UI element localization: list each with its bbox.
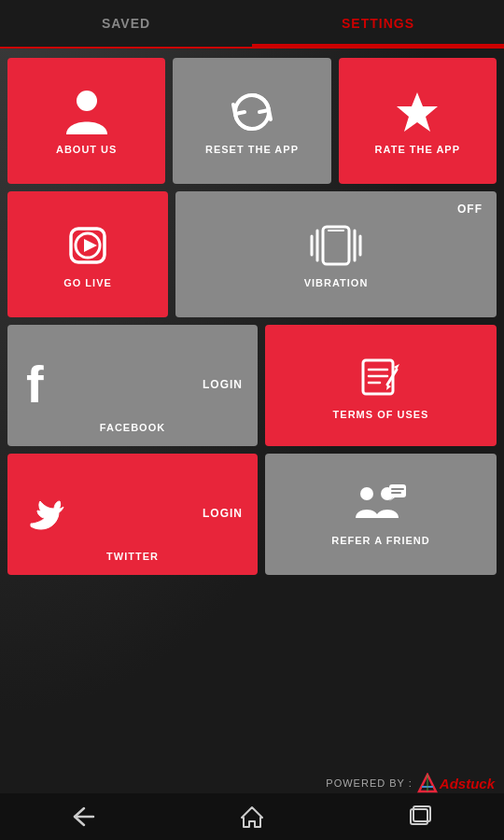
twitter-label: TWITTER <box>7 551 258 562</box>
svg-point-0 <box>77 91 97 111</box>
grid-row-2: GO LIVE OFF VIBRATION <box>7 191 497 317</box>
twitter-login-badge: LOGIN <box>203 507 243 520</box>
reset-app-tile[interactable]: RESET THE APP <box>173 58 330 184</box>
home-button[interactable] <box>224 798 280 835</box>
svg-marker-1 <box>397 92 438 132</box>
twitter-icon <box>26 494 67 535</box>
facebook-tile[interactable]: f FACEBOOK LOGIN <box>7 325 258 446</box>
tab-settings[interactable]: SETTINGS <box>252 3 504 47</box>
svg-point-15 <box>360 487 373 500</box>
refresh-icon <box>228 88 276 136</box>
about-us-label: ABOUT US <box>56 144 117 155</box>
footer: POWERED BY : Adstuck <box>326 773 495 793</box>
back-button[interactable] <box>56 798 112 835</box>
about-us-tile[interactable]: ABOUT US <box>7 58 165 184</box>
tab-saved[interactable]: SAVED <box>0 3 252 44</box>
svg-marker-4 <box>84 239 97 252</box>
play-icon <box>63 221 112 270</box>
grid-row-4: TWITTER LOGIN <box>7 454 497 575</box>
svg-rect-5 <box>323 227 349 264</box>
facebook-label: FACEBOOK <box>7 422 258 433</box>
reset-app-label: RESET THE APP <box>205 144 299 155</box>
adstuck-brand-text: Adstuck <box>440 776 495 791</box>
refer-friend-label: REFER A FRIEND <box>331 535 429 546</box>
twitter-tile[interactable]: TWITTER LOGIN <box>7 454 258 575</box>
terms-icon <box>356 351 406 401</box>
grid-row-1: ABOUT US RESET THE APP RATE THE APP <box>7 58 497 184</box>
refer-friend-tile[interactable]: REFER A FRIEND <box>265 454 497 575</box>
vibration-tile[interactable]: OFF VIBRATION <box>175 191 497 317</box>
terms-tile[interactable]: TERMS OF USES <box>265 325 497 446</box>
go-live-label: GO LIVE <box>63 277 112 288</box>
terms-label: TERMS OF USES <box>333 409 429 420</box>
bottom-nav <box>0 793 504 840</box>
svg-marker-25 <box>242 807 262 827</box>
facebook-login-badge: LOGIN <box>203 378 243 391</box>
settings-grid: ABOUT US RESET THE APP RATE THE APP <box>0 49 504 590</box>
vibration-label: VIBRATION <box>304 277 369 288</box>
adstuck-logo: Adstuck <box>417 773 495 793</box>
refer-icon <box>354 483 408 527</box>
rate-app-label: RATE THE APP <box>375 144 460 155</box>
svg-marker-13 <box>394 364 399 370</box>
svg-rect-17 <box>389 484 406 497</box>
go-live-tile[interactable]: GO LIVE <box>7 191 168 317</box>
phone-vibrate-icon <box>304 221 368 270</box>
top-bar: SAVED SETTINGS <box>0 0 504 49</box>
person-icon <box>64 88 109 136</box>
svg-text:f: f <box>26 359 44 412</box>
powered-by-text: POWERED BY : <box>326 777 412 789</box>
facebook-icon: f <box>26 359 67 412</box>
recents-button[interactable] <box>392 798 448 835</box>
grid-row-3: f FACEBOOK LOGIN <box>7 325 497 446</box>
star-icon <box>393 88 441 136</box>
vibration-status: OFF <box>457 203 483 216</box>
rate-app-tile[interactable]: RATE THE APP <box>339 58 497 184</box>
